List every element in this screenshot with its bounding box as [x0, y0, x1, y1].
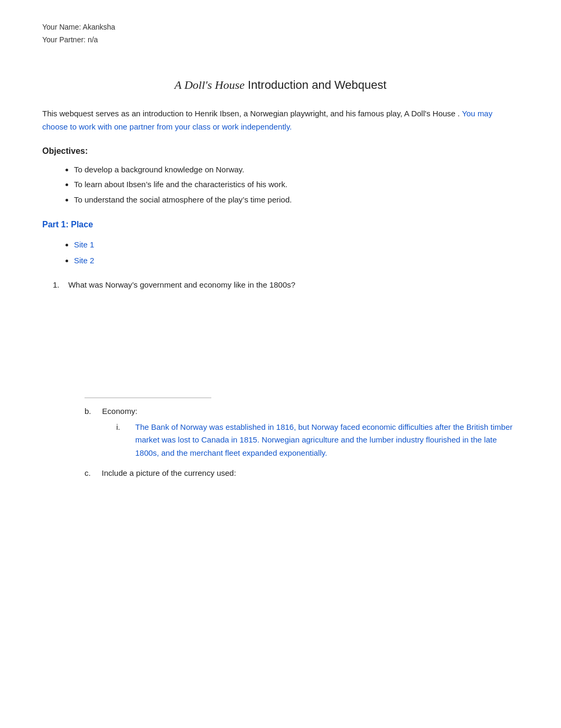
site-1-item[interactable]: Site 1: [74, 237, 519, 253]
objective-item: To learn about Ibsen’s life and the char…: [74, 177, 519, 192]
your-name: Your Name: Akanksha: [42, 21, 519, 34]
objective-item: To develop a background knowledge on Nor…: [74, 162, 519, 178]
meta-section: Your Name: Akanksha Your Partner: n/a: [42, 21, 519, 47]
objectives-section: Objectives: To develop a background know…: [42, 146, 519, 208]
title-italic: A Doll's House: [174, 78, 245, 91]
question-1-number: 1.: [53, 280, 68, 289]
name-label: Your Name:: [42, 23, 81, 31]
roman-i-label: i. The Bank of Norway was established in…: [116, 421, 519, 460]
objectives-heading: Objectives:: [42, 146, 519, 156]
objective-item: To understand the social atmosphere of t…: [74, 192, 519, 208]
sub-c-section: c. Include a picture of the currency use…: [85, 468, 519, 477]
name-value: Akanksha: [83, 23, 115, 31]
intro-paragraph: This webquest serves as an introduction …: [42, 107, 519, 134]
question-1-text: What was Norway’s government and economy…: [68, 280, 295, 289]
site-2-item[interactable]: Site 2: [74, 253, 519, 269]
sub-c-letter: c.: [85, 468, 91, 477]
your-partner: Your Partner: n/a: [42, 34, 519, 47]
economy-blue-text: The Bank of Norway was established in 18…: [135, 421, 519, 460]
sub-i-section: i. The Bank of Norway was established in…: [116, 421, 519, 460]
sub-b-label: b. Economy:: [85, 407, 519, 416]
site-1-link[interactable]: Site 1: [74, 240, 94, 249]
site-2-link[interactable]: Site 2: [74, 256, 94, 265]
part1-section: Part 1: Place Site 1 Site 2 1. What was …: [42, 220, 519, 477]
intro-text1: This webquest serves as an introduction …: [42, 109, 460, 118]
sub-b-section: b. Economy: i. The Bank of Norway was es…: [85, 398, 519, 460]
sub-b-letter: b.: [85, 407, 91, 416]
page-title: A Doll's House Introduction and Webquest: [42, 78, 519, 92]
question-1: 1. What was Norway’s government and econ…: [53, 278, 519, 292]
partner-value: n/a: [88, 35, 98, 44]
sub-c-text: Include a picture of the currency used:: [102, 468, 236, 477]
objectives-list: To develop a background knowledge on Nor…: [74, 162, 519, 208]
partner-label: Your Partner:: [42, 35, 86, 44]
answer-line: [85, 398, 211, 398]
site-list: Site 1 Site 2: [74, 237, 519, 269]
part1-heading: Part 1: Place: [42, 220, 519, 229]
roman-numeral: i.: [116, 421, 127, 434]
title-rest: Introduction and Webquest: [245, 78, 387, 91]
sub-b-text: Economy:: [102, 407, 137, 416]
sub-c-label: c. Include a picture of the currency use…: [85, 468, 519, 477]
